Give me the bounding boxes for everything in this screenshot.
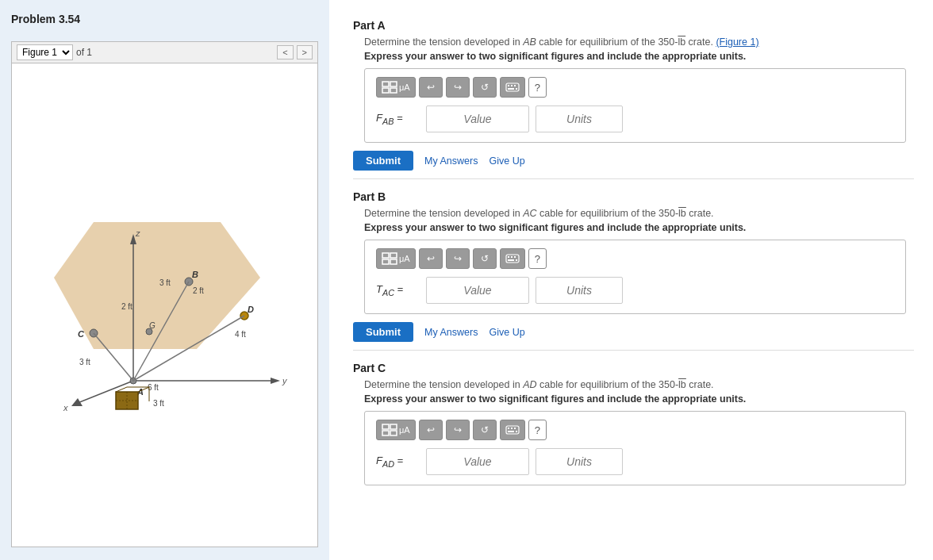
svg-text:G: G xyxy=(149,321,156,330)
part-b-my-answers-link[interactable]: My Answers xyxy=(424,327,478,338)
svg-rect-55 xyxy=(508,259,514,261)
part-c-cable: AD xyxy=(523,379,536,390)
svg-rect-54 xyxy=(514,256,516,258)
svg-text:y: y xyxy=(282,376,288,385)
part-b-redo-button[interactable]: ↪ xyxy=(446,248,470,269)
svg-text:z: z xyxy=(135,228,140,238)
svg-rect-65 xyxy=(508,431,514,432)
part-a-instruction: Express your answer to two significant f… xyxy=(353,51,914,62)
svg-rect-43 xyxy=(511,85,513,86)
part-b-label: TAC = xyxy=(376,283,420,297)
part-b-description: Determine the tension developed in AC ca… xyxy=(353,208,914,219)
svg-text:x: x xyxy=(63,403,68,412)
part-c-matrix-button[interactable]: μA xyxy=(376,420,416,440)
svg-rect-37 xyxy=(382,82,389,86)
svg-text:C: C xyxy=(78,329,85,339)
svg-text:3 ft: 3 ft xyxy=(79,358,90,366)
part-b-refresh-button[interactable]: ↺ xyxy=(473,248,497,269)
part-a-action-row: Submit My Answers Give Up xyxy=(353,151,914,171)
svg-rect-62 xyxy=(508,428,509,429)
part-a-toolbar: μA ↩ ↪ ↺ ? xyxy=(376,77,894,98)
part-a-my-answers-link[interactable]: My Answers xyxy=(424,155,478,167)
problem-title: Problem 3.54 xyxy=(11,13,318,25)
part-c-value-input[interactable] xyxy=(426,448,529,475)
figure-container: Figure 1 of 1 < > z x xyxy=(11,41,318,547)
svg-marker-8 xyxy=(271,378,280,384)
figure-svg: z x y A C B D xyxy=(30,190,300,420)
part-b-matrix-button[interactable]: μA xyxy=(376,248,416,269)
figure-next-button[interactable]: > xyxy=(297,45,313,59)
part-a-redo-button[interactable]: ↪ xyxy=(446,77,470,98)
part-c-lb: lb xyxy=(678,379,686,390)
part-a-undo-button[interactable]: ↩ xyxy=(419,77,443,98)
part-b-value-input[interactable] xyxy=(426,277,529,304)
svg-rect-48 xyxy=(390,253,397,258)
part-a-matrix-button[interactable]: μA xyxy=(376,77,416,98)
svg-text:D: D xyxy=(248,305,254,314)
part-b-lb: lb xyxy=(678,208,686,219)
part-a-figure-link[interactable]: (Figure 1) xyxy=(716,36,758,48)
svg-marker-0 xyxy=(54,222,260,349)
part-b-answer-box: μA ↩ ↪ ↺ ? TAC = xyxy=(364,240,906,314)
svg-rect-64 xyxy=(514,428,516,429)
svg-rect-60 xyxy=(390,431,397,435)
part-c-answer-box: μA ↩ ↪ ↺ ? FAD = xyxy=(364,411,906,485)
svg-rect-58 xyxy=(390,424,397,429)
part-c-title: Part C xyxy=(353,362,914,374)
part-a-label: FAB = xyxy=(376,112,420,126)
svg-rect-61 xyxy=(506,426,519,434)
part-b-input-row: TAC = xyxy=(376,277,894,304)
part-c-toolbar: μA ↩ ↪ ↺ ? xyxy=(376,420,894,440)
part-c-input-row: FAD = xyxy=(376,448,894,475)
part-a-keyboard-button[interactable] xyxy=(500,77,525,98)
part-a-description: Determine the tension developed in AB ca… xyxy=(353,36,914,48)
part-c-instruction: Express your answer to two significant f… xyxy=(353,393,914,405)
part-b-units-input[interactable] xyxy=(536,277,623,304)
part-c-label: FAD = xyxy=(376,455,420,469)
part-c-undo-button[interactable]: ↩ xyxy=(419,420,443,440)
part-c-units-input[interactable] xyxy=(536,448,623,475)
svg-line-29 xyxy=(116,387,127,392)
part-b-submit-button[interactable]: Submit xyxy=(353,322,413,342)
svg-rect-50 xyxy=(390,259,397,264)
figure-prev-button[interactable]: < xyxy=(277,45,293,59)
part-c-help-button[interactable]: ? xyxy=(528,420,547,440)
part-a-lb: lb xyxy=(678,36,685,48)
figure-select[interactable]: Figure 1 xyxy=(17,44,73,60)
part-b-section: Part B Determine the tension developed i… xyxy=(353,179,914,351)
part-c-keyboard-button[interactable] xyxy=(500,420,525,440)
part-a-input-row: FAB = xyxy=(376,105,894,132)
part-b-toolbar: μA ↩ ↪ ↺ ? xyxy=(376,248,894,269)
part-a-refresh-button[interactable]: ↺ xyxy=(473,77,497,98)
svg-text:2 ft: 2 ft xyxy=(121,302,132,311)
right-panel: Part A Determine the tension developed i… xyxy=(329,0,933,560)
part-b-undo-button[interactable]: ↩ xyxy=(419,248,443,269)
part-c-redo-button[interactable]: ↪ xyxy=(446,420,470,440)
svg-rect-63 xyxy=(511,428,513,429)
svg-text:3 ft: 3 ft xyxy=(159,278,171,287)
part-a-answer-box: μA ↩ ↪ ↺ ? FAB = xyxy=(364,68,906,143)
svg-rect-51 xyxy=(506,255,519,263)
part-b-action-row: Submit My Answers Give Up xyxy=(353,322,914,342)
svg-text:B: B xyxy=(192,270,198,279)
part-b-give-up-link[interactable]: Give Up xyxy=(489,327,524,338)
svg-text:3 ft: 3 ft xyxy=(153,399,164,408)
part-a-value-input[interactable] xyxy=(426,105,529,132)
part-b-cable: AC xyxy=(523,208,536,219)
part-b-keyboard-button[interactable] xyxy=(500,248,525,269)
part-c-refresh-button[interactable]: ↺ xyxy=(473,420,497,440)
part-b-help-button[interactable]: ? xyxy=(528,248,547,269)
svg-rect-59 xyxy=(382,431,389,435)
part-a-units-input[interactable] xyxy=(536,105,623,132)
left-panel: Problem 3.54 Figure 1 of 1 < > z xyxy=(0,0,329,560)
part-a-help-button[interactable]: ? xyxy=(528,77,547,98)
svg-rect-53 xyxy=(511,256,513,258)
svg-text:2 ft: 2 ft xyxy=(193,286,204,295)
part-a-cable: AB xyxy=(523,36,536,48)
svg-rect-40 xyxy=(390,88,397,93)
svg-rect-44 xyxy=(514,85,516,86)
part-a-give-up-link[interactable]: Give Up xyxy=(489,155,524,167)
part-b-title: Part B xyxy=(353,190,914,203)
svg-rect-42 xyxy=(508,85,509,86)
part-a-submit-button[interactable]: Submit xyxy=(353,151,413,171)
